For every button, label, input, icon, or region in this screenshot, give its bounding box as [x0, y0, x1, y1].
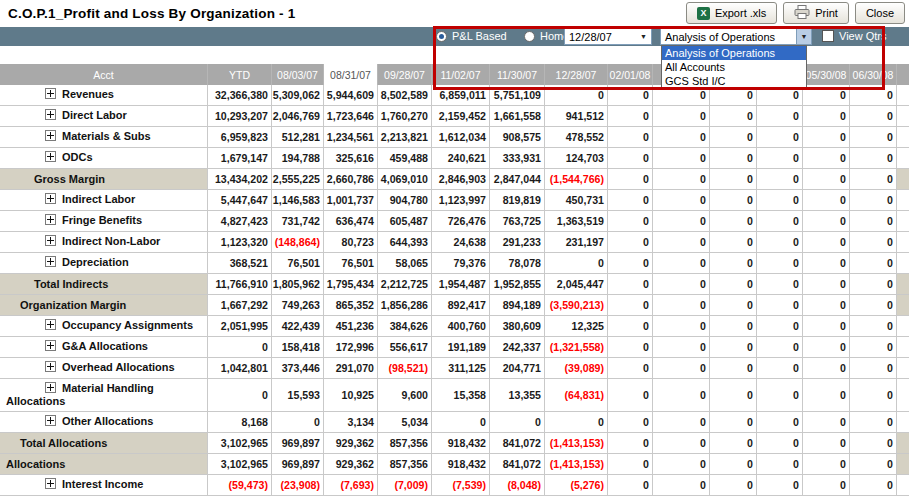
view-qtrs-checkbox[interactable]: View Qtrs	[822, 30, 886, 42]
value-cell: 0	[757, 274, 803, 294]
value-cell: 1,667,292	[208, 295, 272, 315]
view-select[interactable]: Analysis of Operations ▼	[660, 28, 812, 45]
expand-icon[interactable]	[45, 235, 56, 246]
value-cell: 3,134	[324, 412, 378, 432]
view-qtrs-label: View Qtrs	[839, 30, 886, 42]
acct-cell: Material Handling Allocations	[0, 379, 208, 411]
value-cell: 0	[850, 148, 897, 168]
dropdown-option[interactable]: GCS Std I/C	[662, 74, 806, 88]
row-filler	[897, 148, 909, 168]
value-cell: 0	[710, 232, 757, 252]
value-cell: 0	[850, 337, 897, 357]
value-cell: 894,189	[490, 295, 545, 315]
value-cell: 0	[850, 232, 897, 252]
value-cell: 0	[710, 337, 757, 357]
pl-based-radio[interactable]: P&L Based	[436, 30, 507, 42]
dropdown-option[interactable]: All Accounts	[662, 60, 806, 74]
period-select[interactable]: 12/28/07 ▼	[564, 28, 652, 45]
value-cell: (59,473)	[208, 475, 272, 495]
value-cell: 2,045,447	[545, 274, 608, 294]
value-cell: 0	[608, 127, 653, 147]
column-header: 12/28/07	[545, 64, 608, 85]
value-cell: 556,617	[378, 337, 432, 357]
value-cell: 3,102,965	[208, 433, 272, 453]
row-label: ODCs	[62, 151, 93, 163]
value-cell: 749,263	[272, 295, 324, 315]
value-cell: 0	[757, 358, 803, 378]
column-header: 08/03/07	[272, 64, 324, 85]
row-label: Revenues	[62, 88, 114, 100]
acct-cell: Occupancy Assignments	[0, 316, 208, 336]
expand-icon[interactable]	[45, 151, 56, 162]
value-cell: 0	[608, 211, 653, 231]
value-cell: 0	[850, 412, 897, 432]
table-row: Occupancy Assignments2,051,995422,439451…	[0, 316, 909, 337]
expand-icon[interactable]	[45, 109, 56, 120]
value-cell: 0	[757, 211, 803, 231]
value-cell: 0	[608, 337, 653, 357]
value-cell: 865,352	[324, 295, 378, 315]
value-cell: 0	[653, 316, 710, 336]
printer-icon	[794, 5, 810, 21]
value-cell: 0	[545, 253, 608, 273]
expand-icon[interactable]	[45, 415, 56, 426]
value-cell: 0	[803, 106, 850, 126]
value-cell: (1,413,153)	[545, 433, 608, 453]
dropdown-option[interactable]: Analysis of Operations	[662, 46, 806, 60]
value-cell: 0	[608, 232, 653, 252]
expand-icon[interactable]	[45, 478, 56, 489]
value-cell: 0	[757, 379, 803, 411]
value-cell: 0	[653, 454, 710, 474]
value-cell: 0	[653, 433, 710, 453]
row-label: Indirect Non-Labor	[62, 235, 160, 247]
value-cell: 0	[803, 274, 850, 294]
row-filler	[897, 454, 909, 474]
value-cell: 9,600	[378, 379, 432, 411]
value-cell: 0	[710, 316, 757, 336]
table-row: Materials & Subs6,959,823512,2811,234,56…	[0, 127, 909, 148]
table-row: Fringe Benefits4,827,423731,742636,47460…	[0, 211, 909, 232]
value-cell: 0	[757, 253, 803, 273]
value-cell: 368,521	[208, 253, 272, 273]
table-row: Total Allocations3,102,965969,897929,362…	[0, 433, 909, 454]
expand-icon[interactable]	[45, 88, 56, 99]
row-filler	[897, 295, 909, 315]
view-select-value: Analysis of Operations	[661, 29, 796, 44]
export-xls-button[interactable]: X Export .xls	[686, 2, 777, 24]
acct-cell: Materials & Subs	[0, 127, 208, 147]
value-cell: 857,356	[378, 454, 432, 474]
chevron-down-icon: ▼	[796, 29, 811, 44]
value-cell: 0	[608, 295, 653, 315]
value-cell: 0	[608, 148, 653, 168]
value-cell: 24,638	[432, 232, 490, 252]
value-cell: 0	[803, 454, 850, 474]
value-cell: 0	[608, 454, 653, 474]
column-header: 11/02/07	[432, 64, 490, 85]
acct-cell: Interest Income	[0, 475, 208, 495]
expand-icon[interactable]	[45, 340, 56, 351]
options-toolbar: P&L Based Home Based 12/28/07 ▼ Analysis…	[0, 27, 909, 46]
print-button[interactable]: Print	[783, 2, 849, 24]
value-cell: 0	[208, 337, 272, 357]
value-cell: 10,925	[324, 379, 378, 411]
expand-icon[interactable]	[45, 382, 56, 393]
value-cell: 0	[608, 169, 653, 189]
value-cell: 0	[757, 412, 803, 432]
value-cell: 0	[757, 148, 803, 168]
close-button[interactable]: Close	[855, 2, 905, 24]
title-bar: C.O.P.1_Profit and Loss By Organization …	[0, 0, 909, 27]
expand-icon[interactable]	[45, 193, 56, 204]
expand-icon[interactable]	[45, 130, 56, 141]
expand-icon[interactable]	[45, 319, 56, 330]
value-cell: 763,725	[490, 211, 545, 231]
value-cell: 0	[757, 127, 803, 147]
row-label: Materials & Subs	[62, 130, 151, 142]
value-cell: 400,760	[432, 316, 490, 336]
expand-icon[interactable]	[45, 361, 56, 372]
print-label: Print	[815, 7, 838, 19]
value-cell: 0	[757, 106, 803, 126]
expand-icon[interactable]	[45, 256, 56, 267]
value-cell: 3,102,965	[208, 454, 272, 474]
expand-icon[interactable]	[45, 214, 56, 225]
value-cell: 0	[803, 316, 850, 336]
